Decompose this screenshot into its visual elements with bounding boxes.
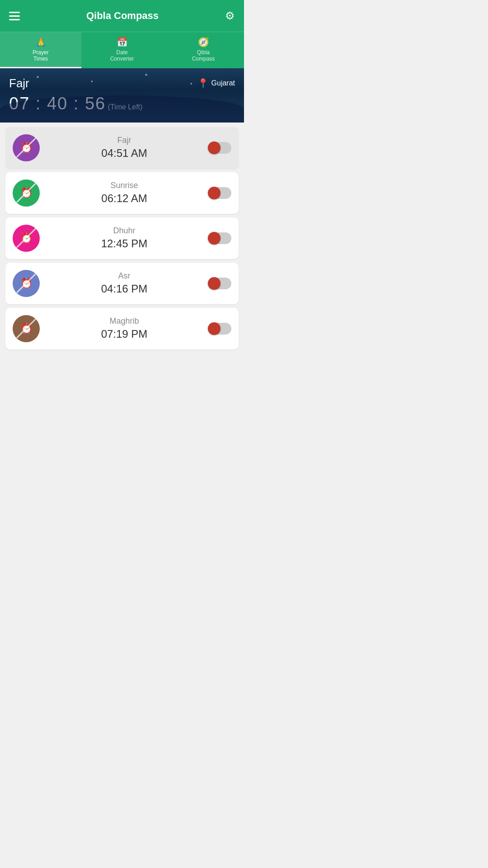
next-day-button[interactable]: ›	[244, 231, 244, 245]
tab-prayer-times[interactable]: 🙏 PrayerTimes	[0, 32, 81, 68]
qibla-compass-icon: 🧭	[198, 37, 209, 47]
sunrise-alarm-icon[interactable]	[13, 179, 40, 207]
prayer-banner: ★ ✦ ★ ✦ Fajr 📍 Gujarat 07 : 40 : 56 (Tim…	[0, 68, 244, 123]
sunrise-name: Sunrise	[47, 181, 202, 190]
asr-info: Asr 04:16 PM	[47, 271, 202, 295]
prayer-card-sunrise: Sunrise 06:12 AM	[5, 172, 239, 214]
maghrib-toggle[interactable]	[209, 323, 231, 335]
dhuhr-toggle[interactable]	[209, 232, 231, 244]
maghrib-time: 07:19 PM	[47, 328, 202, 340]
star-decor: ✦	[190, 82, 193, 86]
prayer-card-fajr: Fajr 04:51 AM	[5, 127, 239, 169]
prev-day-button[interactable]: ‹	[0, 231, 0, 245]
asr-alarm-icon[interactable]	[13, 270, 40, 297]
tab-date-converter[interactable]: 📅 DateConverter	[81, 32, 163, 68]
prayer-list: ‹ › Fajr 04:51 AM Sunrise 06:12 AM	[0, 123, 244, 354]
app-header: Qibla Compass ⚙	[0, 0, 244, 32]
prayer-times-label: PrayerTimes	[33, 49, 48, 62]
dhuhr-time: 12:45 PM	[47, 237, 202, 250]
maghrib-info: Maghrib 07:19 PM	[47, 316, 202, 340]
location-display: 📍 Gujarat	[197, 78, 235, 89]
qibla-compass-label: QiblaCompass	[192, 49, 215, 62]
sunrise-toggle[interactable]	[209, 187, 231, 199]
time-left-label: (Time Left)	[108, 103, 143, 111]
fajr-time: 04:51 AM	[47, 147, 202, 160]
countdown-timer: 07 : 40 : 56 (Time Left)	[9, 94, 235, 113]
hamburger-menu[interactable]	[9, 12, 20, 20]
date-converter-icon: 📅	[117, 37, 128, 47]
asr-toggle[interactable]	[209, 278, 231, 289]
tab-qibla-compass[interactable]: 🧭 QiblaCompass	[163, 32, 244, 68]
banner-top-row: Fajr 📍 Gujarat	[9, 76, 235, 90]
location-pin-icon: 📍	[197, 78, 209, 89]
fajr-info: Fajr 04:51 AM	[47, 136, 202, 160]
prayer-times-icon: 🙏	[35, 37, 47, 47]
prayer-card-dhuhr: Dhuhr 12:45 PM	[5, 217, 239, 259]
fajr-toggle[interactable]	[209, 142, 231, 154]
asr-time: 04:16 PM	[47, 283, 202, 295]
dhuhr-name: Dhuhr	[47, 226, 202, 236]
star-decor: ★	[145, 73, 148, 77]
date-converter-label: DateConverter	[110, 49, 134, 62]
sunrise-info: Sunrise 06:12 AM	[47, 181, 202, 205]
dhuhr-info: Dhuhr 12:45 PM	[47, 226, 202, 250]
tab-bar: 🙏 PrayerTimes 📅 DateConverter 🧭 QiblaCom…	[0, 32, 244, 68]
asr-name: Asr	[47, 271, 202, 281]
prayer-card-maghrib: Maghrib 07:19 PM	[5, 308, 239, 349]
maghrib-alarm-icon[interactable]	[13, 315, 40, 342]
star-decor: ★	[36, 75, 39, 79]
timer-value: 07 : 40 : 56	[9, 94, 106, 113]
prayer-card-asr: Asr 04:16 PM	[5, 263, 239, 304]
star-decor: ✦	[90, 80, 94, 84]
current-prayer-name: Fajr	[9, 76, 29, 90]
app-title: Qibla Compass	[86, 10, 159, 22]
sunrise-time: 06:12 AM	[47, 192, 202, 205]
fajr-name: Fajr	[47, 136, 202, 145]
dhuhr-alarm-icon[interactable]	[13, 225, 40, 252]
settings-icon[interactable]: ⚙	[225, 9, 235, 22]
location-name: Gujarat	[211, 79, 235, 87]
maghrib-name: Maghrib	[47, 316, 202, 326]
fajr-alarm-icon[interactable]	[13, 134, 40, 161]
